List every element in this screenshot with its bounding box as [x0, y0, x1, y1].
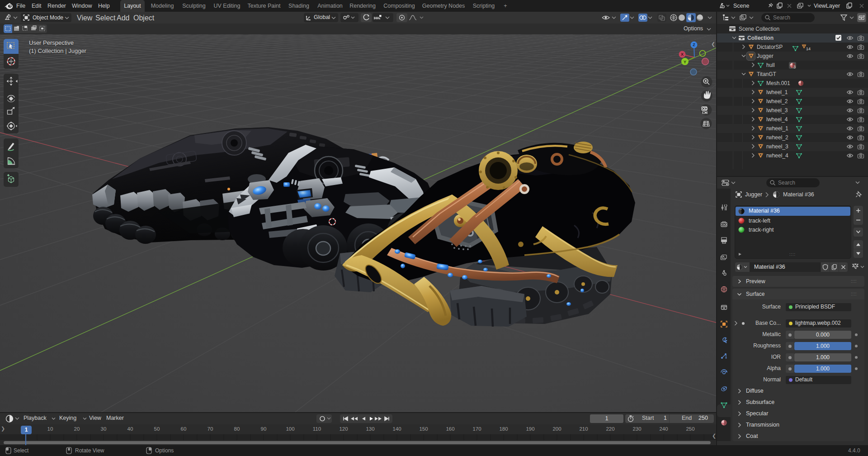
svg-text:X: X: [681, 52, 684, 57]
svg-text:Z: Z: [693, 43, 695, 47]
svg-text:Y: Y: [684, 60, 686, 64]
